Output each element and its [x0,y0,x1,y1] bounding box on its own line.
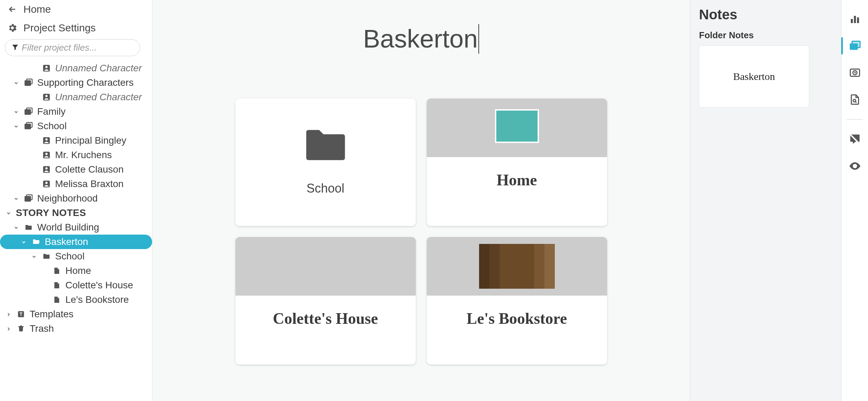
person-icon [41,151,52,160]
tree-item-label: Trash [30,323,148,334]
content-card[interactable]: School [235,99,416,226]
card-title: Le's Bookstore [427,296,607,364]
disclosure-caret-icon[interactable] [20,236,28,247]
trash-icon [16,324,26,333]
find-in-page-icon[interactable] [848,92,862,107]
nav-project-settings[interactable]: Project Settings [0,19,152,37]
tree-item-label: Baskerton [45,236,148,247]
tree-item-label: Templates [30,309,148,320]
comments-icon[interactable] [848,132,862,146]
folder-icon [41,252,52,260]
tree-item[interactable]: Le's Bookstore [0,292,152,307]
tree-item[interactable]: Family [0,104,152,119]
tree-item[interactable]: Melissa Braxton [0,177,152,191]
folder-icon [235,99,416,171]
person-icon [41,165,52,174]
card-thumbnail [235,237,416,296]
svg-rect-24 [857,18,859,23]
tree-item-label: Unnamed Character [55,63,148,74]
tree-item[interactable]: World Building [0,220,152,235]
tree-item[interactable]: Principal Bingley [0,133,152,148]
card-thumbnail [427,237,607,296]
folder-icon [23,223,34,232]
tree-item[interactable]: Neighborhood [0,191,152,206]
disclosure-caret-icon[interactable] [5,207,12,218]
content-card[interactable]: Colette's House [235,237,416,364]
tree-item[interactable]: Unnamed Character [0,61,152,75]
tree-item[interactable]: Colette Clauson [0,162,152,177]
svg-point-15 [45,167,48,170]
svg-point-17 [45,182,48,184]
filter-input[interactable] [22,42,134,53]
visibility-icon[interactable] [848,159,862,173]
filter-icon [11,43,19,52]
notes-panel: Notes Folder Notes Baskerton [690,0,841,401]
arrow-left-icon [7,4,18,14]
cards-icon [23,107,34,116]
tree-item-label: School [37,121,148,132]
card-thumbnail [427,99,607,157]
content-card[interactable]: Le's Bookstore [427,237,607,364]
cards-grid: SchoolHomeColette's HouseLe's Bookstore [235,99,607,364]
disclosure-caret-icon[interactable] [12,222,20,233]
person-icon [41,136,52,145]
tree-item[interactable]: Colette's House [0,278,152,292]
disclosure-caret-icon[interactable] [12,193,20,204]
notes-subheading: Folder Notes [699,30,832,41]
tree-item-label: Mr. Kruchens [55,150,148,161]
nav-home-label: Home [23,3,51,15]
tree-item[interactable]: School [0,249,152,264]
disclosure-caret-icon[interactable] [12,121,20,132]
note-card[interactable]: Baskerton [699,45,809,107]
text-cursor [478,24,479,54]
person-icon [41,64,52,73]
tree-item[interactable]: Baskerton [0,235,152,249]
file-tree: Unnamed CharacterSupporting CharactersUn… [0,60,152,401]
svg-text:T: T [20,311,23,317]
disclosure-caret-icon[interactable] [5,309,12,320]
tree-item-label: World Building [37,222,148,233]
tree-item-label: Neighborhood [37,193,148,204]
disclosure-caret-icon[interactable] [5,323,12,334]
tree-item[interactable]: STORY NOTES [0,206,152,220]
svg-rect-23 [854,16,856,23]
page-title: Baskerton [363,24,478,54]
nav-settings-label: Project Settings [23,22,96,34]
nav-home[interactable]: Home [0,0,152,19]
tree-item[interactable]: Mr. Kruchens [0,148,152,162]
disclosure-caret-icon[interactable] [12,77,20,88]
tree-item-label: Colette Clauson [55,164,148,175]
tree-item[interactable]: School [0,119,152,133]
tree-item[interactable]: Trash [0,321,152,336]
disclosure-caret-icon[interactable] [30,251,38,262]
stats-icon[interactable] [848,12,862,26]
svg-point-30 [853,99,856,102]
person-icon [41,179,52,188]
filter-input-wrap[interactable] [5,39,140,56]
cards-icon [23,194,34,203]
doc-icon [52,266,62,275]
tree-item-label: Supporting Characters [37,77,148,88]
tree-item-label: Le's Bookstore [65,294,148,305]
tree-item[interactable]: Supporting Characters [0,75,152,90]
svg-point-5 [45,95,48,97]
tree-item-label: School [55,251,148,262]
svg-rect-26 [852,41,860,48]
tree-item-label: Family [37,106,148,117]
right-rail [841,0,868,401]
svg-rect-8 [25,124,31,129]
tree-item[interactable]: TTemplates [0,307,152,321]
tree-item[interactable]: Unnamed Character [0,90,152,104]
filter-row [0,37,152,60]
doc-icon [52,281,62,290]
card-title: Colette's House [235,296,416,364]
disclosure-caret-icon[interactable] [12,106,20,117]
svg-rect-6 [25,110,31,114]
tree-item-label: Unnamed Character [55,92,148,103]
history-icon[interactable] [848,65,862,80]
page-title-wrap[interactable]: Baskerton [166,24,676,54]
content-card[interactable]: Home [427,99,607,226]
notes-icon[interactable] [848,39,862,53]
tree-item[interactable]: Home [0,264,152,278]
svg-point-1 [45,66,48,69]
